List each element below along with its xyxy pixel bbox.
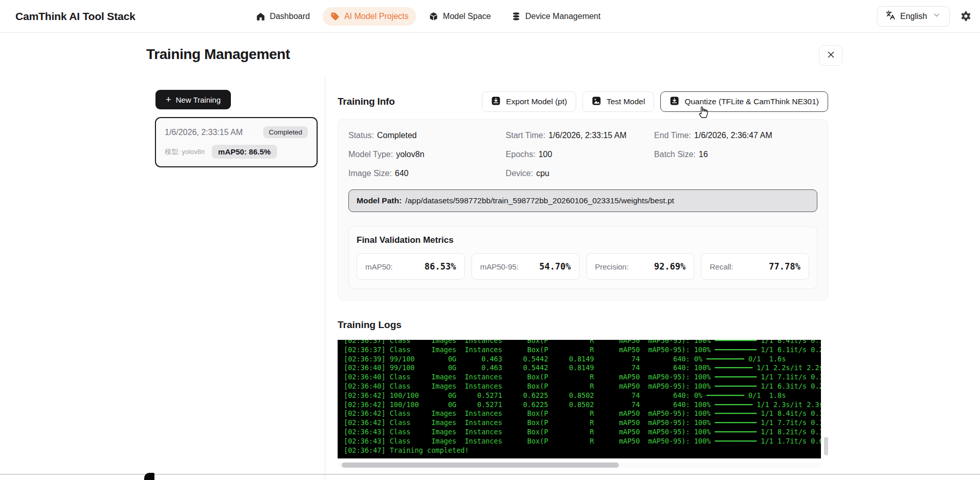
chevron-down-icon	[932, 11, 941, 22]
download-icon	[670, 96, 679, 108]
page-title: Training Management	[146, 46, 290, 63]
settings-gear-icon[interactable]	[960, 10, 972, 22]
training-logs-title: Training Logs	[338, 319, 828, 331]
training-info-card: Status:Completed Start Time:1/6/2026, 2:…	[338, 119, 828, 301]
log-output[interactable]: [02:36:37] Class Images Instances Box(P …	[338, 340, 821, 458]
run-status-badge: Completed	[263, 126, 308, 138]
nav-item-model-space[interactable]: Model Space	[421, 7, 498, 26]
page-header: Training Management	[0, 33, 980, 77]
field-image-size: Image Size:640	[348, 168, 506, 179]
training-fields: Status:Completed Start Time:1/6/2026, 2:…	[348, 130, 817, 179]
cursor-pointer-icon	[698, 105, 709, 121]
field-end-time: End Time:1/6/2026, 2:36:47 AM	[654, 130, 817, 141]
language-selector[interactable]: English	[877, 6, 950, 27]
log-line: [02:36:42] Class Images Instances Box(P …	[344, 418, 821, 428]
nav-item-device-management[interactable]: Device Management	[504, 7, 609, 26]
package-icon	[429, 12, 438, 21]
database-icon	[512, 12, 521, 21]
nav-item-label: Dashboard	[270, 12, 310, 21]
image-icon	[592, 96, 601, 108]
quantize-button[interactable]: Quantize (TFLite & CamThink NE301)	[660, 91, 828, 112]
log-line: [02:36:47] Training completed!	[344, 446, 821, 455]
test-model-button[interactable]: Test Model	[582, 91, 654, 112]
export-model-button[interactable]: Export Model (pt)	[482, 91, 576, 112]
languages-icon	[886, 10, 895, 22]
nav-item-dashboard[interactable]: Dashboard	[248, 7, 318, 26]
export-model-label: Export Model (pt)	[506, 97, 567, 106]
field-model-type: Model Type:yolov8n	[348, 149, 506, 160]
run-timestamp: 1/6/2026, 2:33:15 AM	[165, 128, 243, 137]
close-button[interactable]	[819, 45, 842, 66]
log-line: [02:36:40] 99/100 0G 0.463 0.5442 0.8149…	[344, 363, 821, 373]
training-logs-terminal: [02:36:37] Class Images Instances Box(P …	[338, 340, 828, 458]
log-line: [02:36:40] Class Images Instances Box(P …	[344, 373, 821, 382]
test-model-label: Test Model	[606, 97, 645, 106]
horizontal-scrollbar-thumb[interactable]	[342, 463, 619, 468]
log-line: [02:36:42] 100/100 0G 0.5271 0.6225 0.85…	[344, 391, 821, 400]
log-line: [02:36:39] 99/100 0G 0.463 0.5442 0.8149…	[344, 355, 821, 364]
nav-item-label: Device Management	[525, 12, 601, 21]
log-line: [02:36:37] Class Images Instances Box(P …	[344, 340, 821, 345]
model-path-box: Model Path: /app/datasets/598772bb/train…	[348, 189, 817, 212]
top-nav: CamThink AI Tool Stack Dashboard AI Mode…	[0, 0, 980, 33]
training-run-item[interactable]: 1/6/2026, 2:33:15 AM Completed 模型: yolov…	[155, 117, 318, 167]
log-line: [02:36:43] Class Images Instances Box(P …	[344, 428, 821, 437]
nav-item-label: Model Space	[443, 12, 491, 21]
tag-icon	[330, 12, 340, 21]
horizontal-scrollbar[interactable]	[338, 463, 821, 468]
metric-map50-95: mAP50-95: 54.70%	[472, 253, 580, 280]
app-title: CamThink AI Tool Stack	[15, 10, 135, 23]
training-runs-sidebar: + New Training 1/6/2026, 2:33:15 AM Comp…	[146, 77, 325, 480]
peeking-element-corner	[144, 473, 154, 480]
log-line: [02:36:42] 100/100 0G 0.5271 0.6225 0.85…	[344, 400, 821, 410]
nav-right: English	[877, 6, 980, 27]
metric-recall: Recall: 77.78%	[701, 253, 809, 280]
training-detail: Training Info Export Model (pt) Test Mod…	[325, 77, 828, 480]
new-training-label: New Training	[176, 95, 221, 104]
nav-item-ai-model-projects[interactable]: AI Model Projects	[323, 7, 416, 26]
field-start-time: Start Time:1/6/2026, 2:33:15 AM	[506, 130, 654, 141]
download-icon	[491, 96, 501, 108]
metrics-title: Final Validation Metrics	[357, 235, 809, 245]
content: + New Training 1/6/2026, 2:33:15 AM Comp…	[0, 77, 980, 480]
action-buttons: Export Model (pt) Test Model Quantize (T…	[482, 91, 828, 112]
home-icon	[256, 12, 265, 21]
log-line: [02:36:42] Class Images Instances Box(P …	[344, 409, 821, 418]
training-info-title: Training Info	[338, 96, 395, 107]
metric-precision: Precision: 92.69%	[586, 253, 695, 280]
model-path-value: /app/datasets/598772bb/train_598772bb_20…	[405, 196, 674, 205]
metric-map50: mAP50: 86.53%	[357, 253, 465, 280]
log-line: [02:36:40] Class Images Instances Box(P …	[344, 382, 821, 391]
log-line: [02:36:37] Class Images Instances Box(P …	[344, 345, 821, 355]
plus-icon: +	[166, 94, 171, 105]
run-model-label: 模型: yolov8n	[165, 147, 205, 157]
language-label: English	[900, 12, 927, 21]
log-line: [02:36:43] Class Images Instances Box(P …	[344, 437, 821, 446]
model-path-label: Model Path:	[357, 196, 402, 205]
new-training-button[interactable]: + New Training	[155, 90, 231, 109]
field-batch-size: Batch Size:16	[654, 149, 817, 160]
run-map50-badge: mAP50: 86.5%	[212, 145, 277, 159]
validation-metrics-panel: Final Validation Metrics mAP50: 86.53% m…	[348, 226, 817, 289]
field-device: Device:cpu	[506, 168, 654, 179]
main-menu: Dashboard AI Model Projects Model Space …	[248, 7, 609, 26]
field-epochs: Epochs:100	[506, 149, 654, 160]
nav-item-label: AI Model Projects	[344, 12, 408, 21]
field-status: Status:Completed	[348, 130, 506, 141]
close-icon	[827, 50, 835, 61]
quantize-label: Quantize (TFLite & CamThink NE301)	[684, 97, 819, 106]
vertical-scrollbar-thumb[interactable]	[824, 437, 828, 455]
